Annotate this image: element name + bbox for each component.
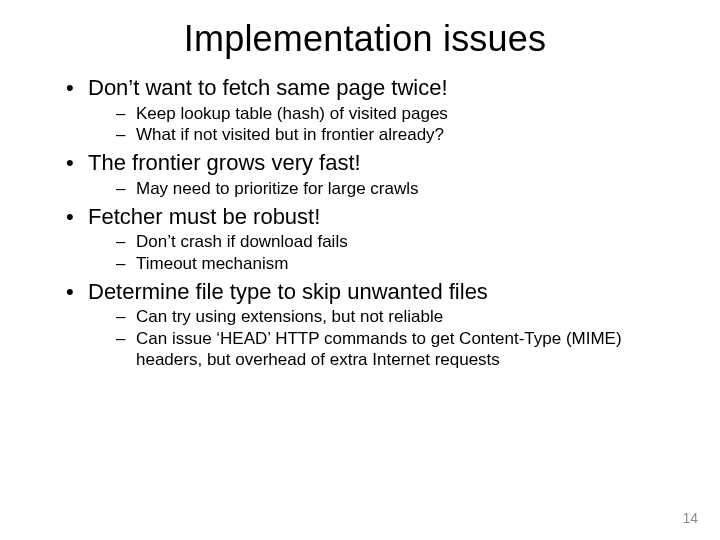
slide-title: Implementation issues xyxy=(50,18,680,60)
list-item-text: Can issue ‘HEAD’ HTTP commands to get Co… xyxy=(136,329,622,369)
list-item: The frontier grows very fast! May need t… xyxy=(66,149,680,199)
list-item: What if not visited but in frontier alre… xyxy=(116,124,680,145)
bullet-list: Don’t want to fetch same page twice! Kee… xyxy=(50,74,680,370)
list-item-text: Determine file type to skip unwanted fil… xyxy=(88,279,488,304)
list-item-text: The frontier grows very fast! xyxy=(88,150,361,175)
sub-list: Can try using extensions, but not reliab… xyxy=(88,306,680,370)
sub-list: May need to prioritize for large crawls xyxy=(88,178,680,199)
list-item: Can issue ‘HEAD’ HTTP commands to get Co… xyxy=(116,328,680,371)
list-item-text: May need to prioritize for large crawls xyxy=(136,179,419,198)
sub-list: Keep lookup table (hash) of visited page… xyxy=(88,103,680,146)
list-item-text: Fetcher must be robust! xyxy=(88,204,320,229)
list-item: Can try using extensions, but not reliab… xyxy=(116,306,680,327)
list-item: Keep lookup table (hash) of visited page… xyxy=(116,103,680,124)
list-item-text: Keep lookup table (hash) of visited page… xyxy=(136,104,448,123)
list-item-text: Can try using extensions, but not reliab… xyxy=(136,307,443,326)
list-item: Don’t crash if download fails xyxy=(116,231,680,252)
list-item: Fetcher must be robust! Don’t crash if d… xyxy=(66,203,680,274)
list-item-text: Don’t crash if download fails xyxy=(136,232,348,251)
list-item: Determine file type to skip unwanted fil… xyxy=(66,278,680,370)
list-item-text: Don’t want to fetch same page twice! xyxy=(88,75,448,100)
list-item: Don’t want to fetch same page twice! Kee… xyxy=(66,74,680,145)
list-item: Timeout mechanism xyxy=(116,253,680,274)
sub-list: Don’t crash if download fails Timeout me… xyxy=(88,231,680,274)
page-number: 14 xyxy=(682,510,698,526)
list-item-text: What if not visited but in frontier alre… xyxy=(136,125,444,144)
list-item: May need to prioritize for large crawls xyxy=(116,178,680,199)
list-item-text: Timeout mechanism xyxy=(136,254,288,273)
